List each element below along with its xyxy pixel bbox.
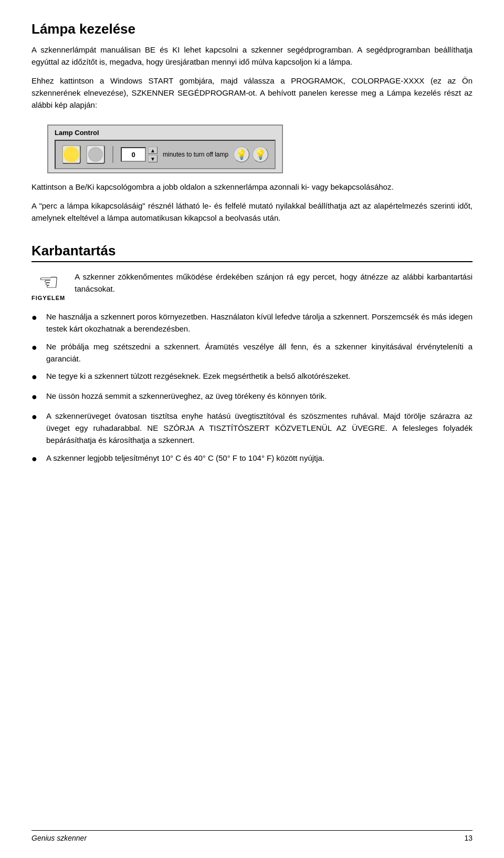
list-item: Ne üssön hozzá semmit a szkennerüveghez,… [32,390,472,405]
lamp-on-button[interactable] [62,145,81,164]
maintenance-list: Ne használja a szkennert poros környezet… [32,311,472,466]
list-item-text: Ne üssön hozzá semmit a szkennerüveghez,… [46,390,327,402]
lamp-control-panel: 0 ▲ ▼ minutes to turn off lamp 💡 💡 [55,140,276,169]
list-item: A szkenner legjobb teljesítményt 10° C é… [32,452,472,467]
lamp-right-icons: 💡 💡 [234,147,268,162]
figyelem-text: A szkenner zökkenőmentes működése érdeké… [75,271,472,295]
list-item: Ne használja a szkennert poros környezet… [32,311,472,335]
list-item-text: A szkenner legjobb teljesítményt 10° C é… [46,452,324,464]
lamp-decrease-button[interactable]: ▼ [148,155,158,162]
page-footer: Genius szkenner 13 [32,830,472,842]
page-title: Lámpa kezelése [32,21,472,37]
lamp-off-button[interactable] [86,145,105,164]
lamp-para4: A "perc a lámpa kikapcsolásáig" résznél … [32,200,472,224]
lamp-intro-para1: A szkennerlámpát manuálisan BE és KI leh… [32,44,472,68]
figyelem-label: FIGYELEM [32,295,65,301]
list-item: Ne próbálja meg szétszedni a szkennert. … [32,340,472,365]
lamp-control-title: Lamp Control [55,129,276,137]
footer-brand: Genius szkenner [32,834,87,842]
list-item-text: Ne próbálja meg szétszedni a szkennert. … [46,340,472,365]
lamp-increase-button[interactable]: ▲ [148,147,158,154]
lamp-para3: Kattintson a Be/Ki kapcsológombra a jobb… [32,181,472,193]
figyelem-block: ☜ FIGYELEM A szkenner zökkenőmentes műkö… [32,271,472,301]
lamp-minutes-label: minutes to turn off lamp [163,151,228,158]
list-item: A szkennerüveget óvatosan tisztítsa enyh… [32,410,472,447]
lamp-separator [112,146,113,163]
lamp-icon-right2[interactable]: 💡 [253,147,268,162]
lamp-control-image: Lamp Control 0 ▲ ▼ minutes to turn off l… [47,125,283,173]
list-item-text: Ne használja a szkennert poros környezet… [46,311,472,335]
hand-icon: ☜ [38,271,59,294]
list-item-text: Ne tegye ki a szkennert túlzott rezgések… [46,370,350,382]
figyelem-icon-area: ☜ FIGYELEM [32,271,65,301]
lamp-intro-para2: Ehhez kattintson a Windows START gombjár… [32,75,472,111]
list-item-text: A szkennerüveget óvatosan tisztítsa enyh… [46,410,472,447]
list-item: Ne tegye ki a szkennert túlzott rezgések… [32,370,472,385]
lamp-bulb-on-icon [64,147,79,162]
maintenance-title: Karbantartás [32,243,472,262]
lamp-bulb-off-icon [88,147,103,162]
lamp-icon-right1[interactable]: 💡 [234,147,249,162]
lamp-arrows: ▲ ▼ [148,147,158,162]
footer-page-number: 13 [464,834,472,842]
lamp-counter-value: 0 [121,147,146,162]
